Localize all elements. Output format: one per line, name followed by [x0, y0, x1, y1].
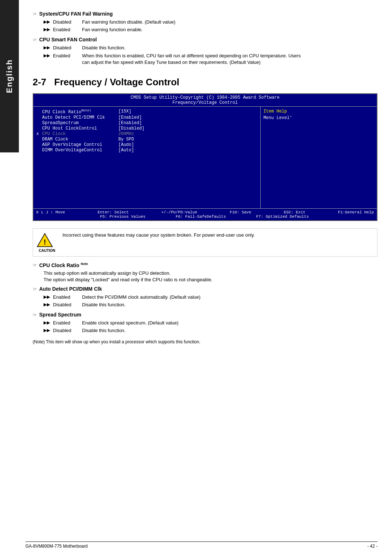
bullet-icon: ▶▶: [44, 302, 50, 308]
sub-items-auto-detect: ▶▶ Enabled Detect the PCI/DIMM clock aut…: [44, 294, 377, 308]
bios-value: +/-/PU/PD:Value: [161, 210, 197, 214]
bios-empty2: [339, 214, 342, 219]
cpu-clock-ratio-body: This setup option will automatically ass…: [44, 270, 377, 282]
bios-move: K L J ↕ Move: [36, 210, 65, 214]
bios-enter-select: Enter: Select: [98, 210, 129, 214]
bios-f6: F6: Fail-SafeDefaults: [176, 214, 226, 219]
item-desc: Disable this function.: [82, 45, 377, 51]
item-label: Enabled: [53, 294, 82, 301]
section-title-system-fan: System/CPU FAN Fail Warning: [39, 11, 113, 17]
bullet-icon: ▶▶: [44, 45, 50, 51]
bullet-icon: ▶▶: [44, 26, 50, 33]
section-spread-spectrum: ☞ Spread Spectrum: [33, 312, 377, 318]
bullet-icon: ▶▶: [44, 294, 50, 301]
section-cpu-smart-fan: ☞ CPU Smart FAN Control: [33, 37, 377, 42]
bios-title-line1: CMOS Setup Utility-Copyright (C) 1984-20…: [33, 95, 377, 100]
bios-body: CPU Clock RatioNote) [15X] Auto Detect P…: [33, 107, 377, 208]
list-item: ▶▶ Disabled Disable this function.: [44, 327, 377, 334]
bios-footer: K L J ↕ Move Enter: Select +/-/PU/PD:Val…: [33, 208, 377, 220]
bios-row: AGP OverVoltage Control [Audo]: [36, 142, 257, 147]
bios-f1: F1:General Help: [338, 210, 374, 214]
top-sections: ☞ System/CPU FAN Fail Warning ▶▶ Disable…: [33, 11, 377, 66]
caution-triangle-icon: !: [37, 232, 53, 249]
bios-f5: F5: Previous Values: [100, 214, 145, 219]
list-item: ▶▶ Disabled Fan warning function disable…: [44, 19, 377, 25]
caution-label: CAUTION: [39, 249, 56, 253]
section-arrow-icon: ☞: [33, 262, 37, 268]
bios-row: Auto Detect PCI/DIMM Clk [Enabled]: [36, 115, 257, 120]
caution-box: ! CAUTION Incorrect using these features…: [33, 228, 377, 257]
bullet-icon: ▶▶: [44, 19, 50, 25]
item-desc: Fan warning function disable. (Default v…: [82, 19, 377, 25]
caution-icon-container: ! CAUTION: [37, 232, 57, 253]
chapter-heading: 2-7 Frequency / Voltage Control: [33, 77, 377, 88]
section-system-cpu-fan: ☞ System/CPU FAN Fail Warning: [33, 11, 377, 17]
list-item: ▶▶ Enabled Fan warning function enable.: [44, 26, 377, 33]
bios-f10: F10: Save: [230, 210, 251, 214]
body-line: This setup option will automatically ass…: [44, 270, 377, 276]
item-label: Enabled: [53, 26, 82, 33]
body-line: The option will display "Locked" and rea…: [44, 277, 377, 282]
side-tab: English: [0, 0, 19, 152]
bullet-icon: ▶▶: [44, 327, 50, 334]
bios-right-panel: Item Help Menu Level': [261, 107, 377, 208]
item-desc: Disable this function.: [82, 327, 377, 334]
sub-items-system-fan: ▶▶ Disabled Fan warning function disable…: [44, 19, 377, 33]
bios-row-cpu-clock: x CPU Clock 200MHz: [36, 131, 257, 136]
section-arrow-icon: ☞: [33, 312, 37, 318]
footer-right: - 42 -: [367, 544, 377, 549]
item-desc: Detect the PCI/DIMM clock automatically.…: [82, 294, 377, 301]
sub-items-cpu-smart-fan: ▶▶ Disabled Disable this function. ▶▶ En…: [44, 45, 377, 66]
bios-empty3: [371, 214, 374, 219]
bios-row-dram-clock: DRAM Clock By SPD: [36, 137, 257, 142]
item-desc: When this function is enabled, CPU fan w…: [82, 53, 307, 66]
bios-row: CPU Clock RatioNote) [15X]: [36, 109, 257, 115]
section-title-auto-detect: Auto Detect PCI/DIMM Clk: [39, 286, 102, 292]
caution-text-block: Incorrect using these features may cause…: [62, 232, 255, 238]
section-title-spread-spectrum: Spread Spectrum: [39, 312, 81, 318]
section-arrow-icon: ☞: [33, 286, 37, 292]
caution-text: Incorrect using these features may cause…: [62, 232, 255, 238]
item-label: Disabled: [53, 45, 82, 51]
chapter-number: 2-7: [33, 77, 46, 87]
item-desc: Enable clock spread spectrum. (Default v…: [82, 320, 377, 326]
page-footer: GA-8VM800M-775 Motherboard - 42 -: [25, 541, 377, 549]
bios-footer-row2: F5: Previous Values F6: Fail-SafeDefault…: [36, 214, 374, 219]
bios-row: DIMM OverVoltageControl [Auto]: [36, 148, 257, 153]
list-item: ▶▶ Disabled Disable this function.: [44, 45, 377, 51]
bios-title: CMOS Setup Utility-Copyright (C) 1984-20…: [33, 94, 377, 107]
list-item: ▶▶ Enabled When this function is enabled…: [44, 53, 377, 66]
section-cpu-clock-ratio: ☞ CPU Clock Ratio Note: [33, 262, 377, 268]
bios-footer-row1: K L J ↕ Move Enter: Select +/-/PU/PD:Val…: [36, 210, 374, 214]
item-label: Disabled: [53, 327, 82, 334]
bios-menu-level: Menu Level': [264, 115, 374, 120]
section-auto-detect: ☞ Auto Detect PCI/DIMM Clk: [33, 286, 377, 292]
section-title-cpu-clock-ratio: CPU Clock Ratio Note: [39, 262, 88, 268]
section-arrow-icon: ☞: [33, 37, 37, 42]
item-desc: Disable this function.: [82, 302, 377, 308]
bios-empty1: [36, 214, 70, 219]
bios-row: CPU Host ClockControl [Disabled]: [36, 126, 257, 131]
sub-items-spread-spectrum: ▶▶ Enabled Enable clock spread spectrum.…: [44, 320, 377, 334]
svg-text:!: !: [44, 238, 46, 246]
item-label: Disabled: [53, 302, 82, 308]
side-tab-label: English: [5, 59, 14, 93]
item-desc: Fan warning function enable.: [82, 26, 377, 33]
section-title-cpu-smart-fan: CPU Smart FAN Control: [39, 37, 97, 42]
bios-f7: F7: Optimized Defaults: [256, 214, 309, 219]
footer-left: GA-8VM800M-775 Motherboard: [25, 544, 87, 549]
bios-item-help-title: Item Help: [264, 109, 374, 114]
item-label: Enabled: [53, 53, 82, 66]
bios-title-line2: Frequency/Voltage Control: [33, 100, 377, 105]
list-item: ▶▶ Disabled Disable this function.: [44, 302, 377, 308]
bios-left-panel: CPU Clock RatioNote) [15X] Auto Detect P…: [33, 107, 261, 208]
chapter-title: Frequency / Voltage Control: [54, 77, 179, 87]
item-label: Enabled: [53, 320, 82, 326]
main-content: ☞ System/CPU FAN Fail Warning ▶▶ Disable…: [25, 0, 392, 366]
bottom-sections: ☞ CPU Clock Ratio Note This setup option…: [33, 262, 377, 334]
bullet-icon: ▶▶: [44, 320, 50, 326]
list-item: ▶▶ Enabled Detect the PCI/DIMM clock aut…: [44, 294, 377, 301]
bios-esc: ESC: Exit: [284, 210, 305, 214]
bullet-icon: ▶▶: [44, 53, 50, 66]
note-text: (Note) This item will show up when you i…: [33, 339, 377, 344]
